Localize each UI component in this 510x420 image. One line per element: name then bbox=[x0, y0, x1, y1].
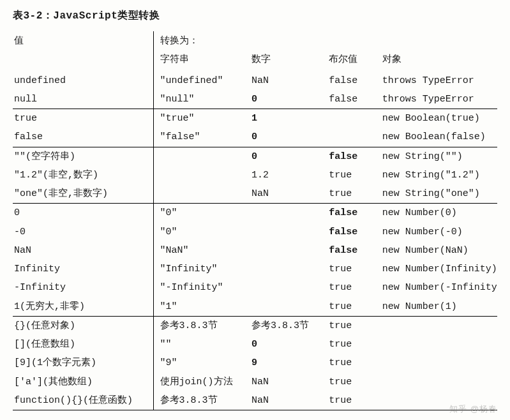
cell-boolean: false bbox=[327, 241, 380, 260]
cell-string: 参考3.8.3节 bbox=[153, 391, 250, 410]
cell-object: throws TypeError bbox=[381, 71, 497, 90]
cell-string: 使用join()方法 bbox=[153, 373, 250, 391]
cell-boolean bbox=[327, 128, 380, 147]
cell-boolean: true bbox=[327, 316, 380, 335]
cell-value: ""(空字符串) bbox=[13, 147, 153, 166]
header-number: 数字 bbox=[250, 50, 327, 68]
cell-value: function(){}(任意函数) bbox=[13, 391, 153, 410]
cell-number bbox=[250, 241, 327, 260]
cell-object: new Number(NaN) bbox=[381, 241, 497, 260]
cell-number bbox=[250, 260, 327, 278]
cell-value: 1(无穷大,非零) bbox=[13, 297, 153, 317]
cell-boolean: false bbox=[327, 90, 380, 109]
cell-value: Infinity bbox=[13, 260, 153, 278]
cell-number bbox=[250, 204, 327, 223]
cell-boolean: true bbox=[327, 391, 380, 410]
cell-number: 0 bbox=[250, 335, 327, 354]
cell-boolean bbox=[327, 109, 380, 128]
cell-number: 参考3.8.3节 bbox=[250, 316, 327, 335]
cell-string: 参考3.8.3节 bbox=[153, 316, 250, 335]
header-boolean: 布尔值 bbox=[327, 50, 380, 68]
cell-string: "undefined" bbox=[153, 71, 250, 90]
cell-value: undefined bbox=[13, 71, 153, 90]
table-row: true"true"1new Boolean(true) bbox=[13, 109, 497, 128]
table-row: ['a'](其他数组)使用join()方法NaNtrue bbox=[13, 373, 497, 391]
cell-object: new Number(-0) bbox=[381, 223, 497, 241]
cell-value: 0 bbox=[13, 204, 153, 223]
cell-value: [](任意数组) bbox=[13, 335, 153, 354]
table-row: 0"0"falsenew Number(0) bbox=[13, 204, 497, 223]
table-row: null"null"0falsethrows TypeError bbox=[13, 90, 497, 109]
table-row: undefined"undefined"NaNfalsethrows TypeE… bbox=[13, 71, 497, 90]
cell-boolean: false bbox=[327, 223, 380, 241]
cell-string bbox=[153, 184, 250, 204]
cell-value: [9](1个数字元素) bbox=[13, 354, 153, 372]
cell-value: null bbox=[13, 90, 153, 109]
cell-string bbox=[153, 147, 250, 166]
cell-value: "1.2"(非空,数字) bbox=[13, 166, 153, 184]
cell-object bbox=[381, 316, 497, 335]
table-row: "1.2"(非空,数字)1.2truenew String("1.2") bbox=[13, 166, 497, 184]
cell-object: new Number(Infinity) bbox=[381, 260, 497, 278]
conversion-table: 值转换为：字符串数字布尔值对象undefined"undefined"NaNfa… bbox=[13, 31, 497, 410]
cell-boolean: true bbox=[327, 373, 380, 391]
cell-string: "1" bbox=[153, 297, 250, 317]
cell-string: "false" bbox=[153, 128, 250, 147]
table-row: -0"0"falsenew Number(-0) bbox=[13, 223, 497, 241]
table-row: [9](1个数字元素)"9"9true bbox=[13, 354, 497, 372]
cell-number: NaN bbox=[250, 391, 327, 410]
cell-string: "-Infinity" bbox=[153, 278, 250, 297]
cell-value: false bbox=[13, 128, 153, 147]
cell-number bbox=[250, 223, 327, 241]
cell-object: new Number(-Infinity) bbox=[381, 278, 497, 297]
cell-string: "Infinity" bbox=[153, 260, 250, 278]
cell-boolean: true bbox=[327, 335, 380, 354]
table-row: [](任意数组)""0true bbox=[13, 335, 497, 354]
table-row: ""(空字符串)0falsenew String("") bbox=[13, 147, 497, 166]
cell-object: new Number(0) bbox=[381, 204, 497, 223]
header-value: 值 bbox=[13, 31, 153, 50]
cell-number: NaN bbox=[250, 373, 327, 391]
cell-object: throws TypeError bbox=[381, 90, 497, 109]
cell-object: new Boolean(true) bbox=[381, 109, 497, 128]
cell-number: NaN bbox=[250, 71, 327, 90]
table-row: function(){}(任意函数)参考3.8.3节NaNtrue bbox=[13, 391, 497, 410]
cell-boolean: true bbox=[327, 278, 380, 297]
cell-number: 0 bbox=[250, 90, 327, 109]
cell-number: 9 bbox=[250, 354, 327, 372]
table-row: Infinity"Infinity"truenew Number(Infinit… bbox=[13, 260, 497, 278]
cell-boolean: true bbox=[327, 354, 380, 372]
cell-object bbox=[381, 373, 497, 391]
header-blank bbox=[13, 50, 153, 68]
cell-value: NaN bbox=[13, 241, 153, 260]
cell-number bbox=[250, 278, 327, 297]
cell-boolean: true bbox=[327, 297, 380, 317]
cell-boolean: false bbox=[327, 204, 380, 223]
document-page: 表3-2：JavaScript类型转换 值转换为：字符串数字布尔值对象undef… bbox=[0, 0, 510, 417]
cell-number: 1.2 bbox=[250, 166, 327, 184]
cell-number: 0 bbox=[250, 128, 327, 147]
cell-boolean: false bbox=[327, 147, 380, 166]
cell-string: "null" bbox=[153, 90, 250, 109]
cell-string: "9" bbox=[153, 354, 250, 372]
table-row: -Infinity"-Infinity"truenew Number(-Infi… bbox=[13, 278, 497, 297]
table-row: {}(任意对象)参考3.8.3节参考3.8.3节true bbox=[13, 316, 497, 335]
cell-object bbox=[381, 354, 497, 372]
table-row: NaN"NaN"falsenew Number(NaN) bbox=[13, 241, 497, 260]
cell-number: 1 bbox=[250, 109, 327, 128]
header-convert-to: 转换为： bbox=[153, 31, 497, 50]
cell-object: new String("one") bbox=[381, 184, 497, 204]
cell-boolean: true bbox=[327, 260, 380, 278]
cell-string: "0" bbox=[153, 223, 250, 241]
cell-boolean: true bbox=[327, 166, 380, 184]
header-object: 对象 bbox=[381, 50, 497, 68]
cell-string bbox=[153, 166, 250, 184]
cell-value: {}(任意对象) bbox=[13, 316, 153, 335]
table-row: "one"(非空,非数字)NaNtruenew String("one") bbox=[13, 184, 497, 204]
cell-string: "" bbox=[153, 335, 250, 354]
cell-number: NaN bbox=[250, 184, 327, 204]
cell-object: new Number(1) bbox=[381, 297, 497, 317]
cell-value: -0 bbox=[13, 223, 153, 241]
cell-object: new Boolean(false) bbox=[381, 128, 497, 147]
cell-number bbox=[250, 297, 327, 317]
